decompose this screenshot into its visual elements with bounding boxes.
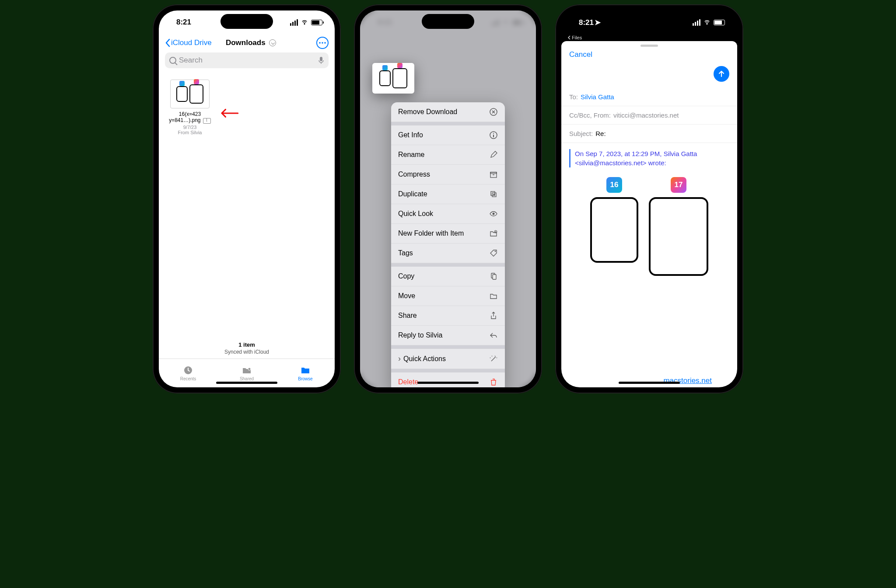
chevron-left-icon [165,38,170,47]
ipad-big [649,197,708,276]
item-count: 1 item [159,341,335,348]
compose-sheet: Cancel Re: To: Silvia Gatta Cc/Bcc, From… [561,41,737,387]
svg-point-17 [493,213,495,215]
cancel-button[interactable]: Cancel [569,50,592,59]
menu-delete[interactable]: Delete [391,372,505,387]
ios16-icon: 16 [606,177,622,193]
signature: Cheers, Federico Viticci — Editor in Chi… [569,289,729,387]
sync-status: Synced with iCloud [159,349,335,355]
status-time: 8:21 [176,18,191,27]
svg-rect-21 [493,275,496,279]
annotation-arrow [214,101,241,128]
back-to-app[interactable]: Files [567,35,582,40]
wifi-icon [301,19,308,25]
chevron-right-icon: › [398,354,401,363]
tab-browse[interactable]: Browse [276,359,335,387]
menu-duplicate[interactable]: Duplicate [391,184,505,204]
sheet-grabber[interactable] [640,45,658,47]
folder-icon [300,365,311,376]
svg-point-19 [495,251,496,252]
ios17-icon: 17 [671,177,686,193]
arrow-up-icon [718,70,725,78]
menu-quick-actions[interactable]: ›Quick Actions [391,349,505,369]
menu-quick-look[interactable]: Quick Look [391,204,505,224]
svg-rect-14 [493,174,494,175]
ccbcc-field[interactable]: Cc/Bcc, From: viticci@macstories.net [561,106,737,125]
battery-icon [311,20,322,25]
status-time: 8:21➤ [579,18,601,27]
phone-1-files-browse: 8:21 iCloud Drive Downloads Search [153,4,341,393]
share-icon [489,311,498,320]
home-indicator[interactable] [216,382,277,384]
subject-field[interactable]: Subject: Re: [561,125,737,143]
svg-point-2 [322,42,323,44]
mail-badge-icon [203,118,211,124]
quoted-image: 16 17 [569,177,729,276]
svg-point-10 [493,133,494,134]
location-icon: ➤ [595,18,601,27]
info-icon [489,131,498,139]
tab-recents[interactable]: Recents [159,359,217,387]
folder-icon [489,292,498,300]
menu-compress[interactable]: Compress [391,165,505,184]
menu-tags[interactable]: Tags [391,244,505,263]
dynamic-island [623,14,676,29]
menu-remove-download[interactable]: Remove Download [391,102,505,122]
menu-get-info[interactable]: Get Info [391,125,505,145]
context-preview-thumbnail[interactable] [372,63,414,94]
status-footer: 1 item Synced with iCloud [159,341,335,358]
remove-icon [489,108,498,116]
phone-3-mail-compose: 8:21➤ Files Cancel Re: To: [555,4,743,393]
svg-point-3 [324,42,326,44]
nav-title[interactable]: Downloads [187,38,315,47]
wifi-icon [703,19,711,25]
mic-icon[interactable] [318,56,324,65]
context-menu: Remove Download Get Info Rename Compress… [391,102,505,387]
menu-reply[interactable]: Reply to Silvia [391,326,505,345]
svg-rect-11 [493,135,494,137]
more-button[interactable] [316,37,329,49]
file-name: 16(x=423 y=841…).png [166,111,214,124]
mail-body[interactable]: On Sep 7, 2023, at 12:29 PM, Silvia Gatt… [561,143,737,387]
search-input[interactable]: Search [165,52,329,68]
menu-move[interactable]: Move [391,286,505,306]
cellular-icon [290,19,298,26]
svg-point-1 [319,42,321,44]
to-field[interactable]: To: Silvia Gatta [561,88,737,106]
menu-copy[interactable]: Copy [391,267,505,286]
reply-icon [489,331,498,340]
file-from: From Silvia [166,130,214,135]
dynamic-island [220,14,273,29]
chevron-down-icon [269,39,276,46]
to-value: Silvia Gatta [581,93,614,101]
svg-rect-4 [320,57,322,61]
file-thumbnail [170,80,210,108]
quote-header: On Sep 7, 2023, at 12:29 PM, Silvia Gatt… [569,149,729,167]
trash-icon [489,378,498,386]
menu-rename[interactable]: Rename [391,145,505,165]
folder-plus-icon [489,229,498,238]
search-placeholder: Search [179,56,315,65]
dynamic-island [422,14,474,29]
send-button[interactable] [714,66,729,82]
subject-value: Re: [595,130,606,137]
copy-icon [489,272,498,281]
file-item[interactable]: 16(x=423 y=841…).png 9/7/23 From Silvia [166,80,214,135]
nav-bar: iCloud Drive Downloads [159,34,335,52]
svg-point-22 [707,24,707,24]
tag-icon [489,249,498,257]
ccbcc-value: viticci@macstories.net [613,111,679,119]
battery-icon [714,20,725,25]
subject-label: Subject: [569,130,593,137]
folder-person-icon [242,365,252,376]
home-indicator[interactable] [619,382,680,384]
ellipsis-icon [319,42,326,44]
svg-point-6 [248,368,251,370]
menu-share[interactable]: Share [391,306,505,326]
svg-rect-13 [490,172,497,174]
menu-new-folder[interactable]: New Folder with Item [391,224,505,244]
eye-icon [489,209,498,218]
ipad-small [590,197,638,263]
duplicate-icon [489,190,498,198]
home-indicator[interactable] [417,382,479,384]
